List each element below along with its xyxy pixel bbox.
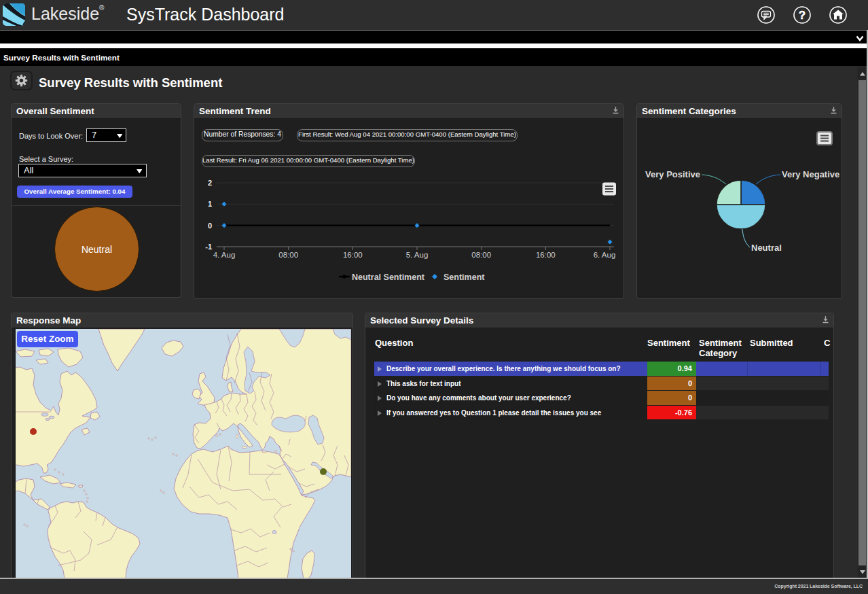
svg-text:1: 1 — [208, 200, 212, 208]
svg-text:6. Aug: 6. Aug — [594, 251, 616, 259]
svg-text:Very Negative: Very Negative — [782, 169, 839, 179]
svg-text:08:00: 08:00 — [278, 251, 298, 259]
svg-text:2: 2 — [208, 179, 212, 187]
svg-text:0: 0 — [208, 222, 212, 230]
svg-text:Neutral Sentiment: Neutral Sentiment — [352, 273, 425, 282]
svg-text:Very Positive: Very Positive — [645, 169, 700, 179]
svg-text:?: ? — [799, 9, 806, 22]
svg-text:08:00: 08:00 — [471, 251, 491, 259]
svg-text:16:00: 16:00 — [536, 251, 556, 259]
svg-text:Sentiment: Sentiment — [444, 273, 485, 282]
svg-text:5. Aug: 5. Aug — [406, 251, 429, 259]
svg-text:4. Aug: 4. Aug — [213, 251, 236, 259]
svg-text:Neutral: Neutral — [751, 243, 782, 253]
svg-text:16:00: 16:00 — [343, 251, 363, 259]
svg-text:-1: -1 — [205, 243, 212, 251]
